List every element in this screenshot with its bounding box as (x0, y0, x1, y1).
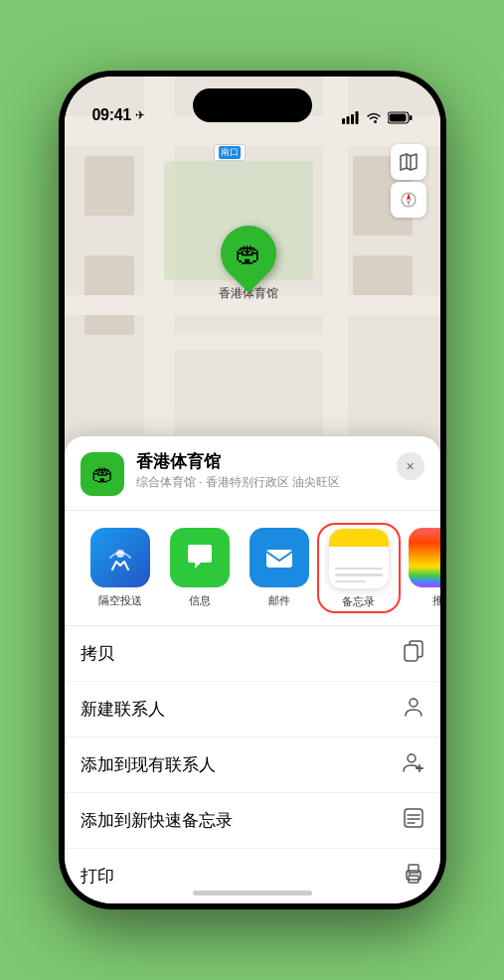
battery-icon (388, 111, 413, 124)
close-button[interactable]: × (397, 452, 424, 480)
action-add-contact[interactable]: 添加到现有联系人 (65, 737, 440, 793)
stadium-marker: 🏟 香港体育馆 (219, 226, 278, 302)
share-item-more[interactable]: 推 (399, 528, 440, 608)
phone-frame: 09:41 ✈ (59, 71, 446, 909)
location-desc: 综合体育馆 · 香港特别行政区 油尖旺区 (136, 474, 385, 491)
mail-icon (250, 528, 309, 587)
map-type-button[interactable] (391, 144, 426, 180)
copy-label: 拷贝 (81, 642, 114, 665)
action-list: 拷贝 新建联系人 (65, 625, 440, 903)
svg-rect-5 (410, 115, 413, 120)
dynamic-island (193, 88, 312, 122)
svg-rect-2 (351, 114, 354, 124)
svg-point-17 (410, 699, 418, 707)
notes-label: 备忘录 (342, 594, 375, 609)
svg-marker-7 (401, 154, 417, 170)
svg-rect-3 (355, 111, 358, 124)
quick-note-label: 添加到新快速备忘录 (81, 809, 233, 832)
action-quick-note[interactable]: 添加到新快速备忘录 (65, 793, 440, 849)
person-icon (403, 696, 424, 723)
share-item-notes[interactable]: 备忘录 (319, 525, 399, 611)
map-controls (391, 144, 426, 218)
add-contact-label: 添加到现有联系人 (81, 753, 216, 776)
marker-pin: 🏟 (209, 214, 287, 292)
share-item-messages[interactable]: 信息 (160, 528, 240, 608)
airdrop-label: 隔空投送 (98, 593, 142, 608)
status-time: 09:41 (92, 106, 131, 124)
print-label: 打印 (81, 865, 114, 888)
svg-rect-1 (346, 116, 349, 124)
svg-rect-0 (342, 118, 345, 124)
bottom-sheet: 🏟 香港体育馆 综合体育馆 · 香港特别行政区 油尖旺区 × (65, 436, 440, 903)
location-icon: ✈ (135, 108, 145, 122)
map-nankou-label: 南口 南口 (214, 144, 246, 161)
messages-label: 信息 (189, 593, 211, 608)
location-header: 🏟 香港体育馆 综合体育馆 · 香港特别行政区 油尖旺区 × (65, 452, 440, 511)
share-item-airdrop[interactable]: 隔空投送 (81, 528, 160, 608)
action-copy[interactable]: 拷贝 (65, 626, 440, 682)
location-name: 香港体育馆 (136, 452, 385, 472)
airdrop-icon (90, 528, 150, 587)
location-info: 香港体育馆 综合体育馆 · 香港特别行政区 油尖旺区 (136, 452, 385, 491)
svg-point-18 (408, 754, 416, 762)
signal-icon (342, 111, 360, 124)
svg-marker-11 (407, 193, 411, 200)
svg-marker-12 (407, 200, 411, 207)
svg-rect-26 (409, 865, 419, 873)
action-new-contact[interactable]: 新建联系人 (65, 682, 440, 737)
home-indicator (193, 891, 312, 896)
notes-icon (329, 529, 389, 588)
phone-screen: 09:41 ✈ (65, 77, 440, 903)
more-label: 推 (432, 593, 440, 608)
svg-rect-21 (405, 809, 422, 827)
mail-label: 邮件 (268, 593, 290, 608)
svg-rect-14 (266, 550, 292, 568)
svg-rect-16 (405, 645, 418, 661)
print-icon (403, 863, 424, 890)
wifi-icon (366, 111, 382, 124)
copy-icon (403, 640, 424, 667)
notes-quick-icon (403, 807, 424, 834)
person-add-icon (403, 751, 424, 778)
messages-icon (170, 528, 230, 587)
new-contact-label: 新建联系人 (81, 698, 165, 721)
share-row: 隔空投送 信息 (65, 511, 440, 625)
share-item-mail[interactable]: 邮件 (240, 528, 319, 608)
compass-button[interactable] (391, 182, 426, 218)
location-venue-icon: 🏟 (81, 452, 124, 496)
svg-rect-6 (389, 114, 406, 122)
status-icons (342, 111, 413, 124)
more-icon (409, 528, 440, 587)
svg-point-28 (409, 874, 411, 876)
